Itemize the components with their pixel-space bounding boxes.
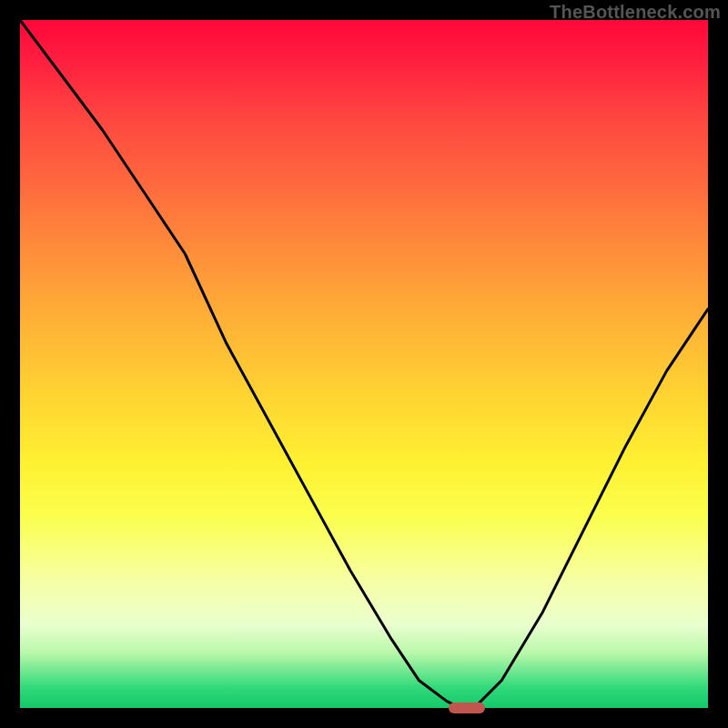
chart-frame: TheBottleneck.com <box>0 0 728 728</box>
optimal-marker <box>449 703 485 713</box>
plot-area <box>20 20 708 708</box>
curve-svg <box>20 20 708 708</box>
bottleneck-curve <box>20 20 708 708</box>
